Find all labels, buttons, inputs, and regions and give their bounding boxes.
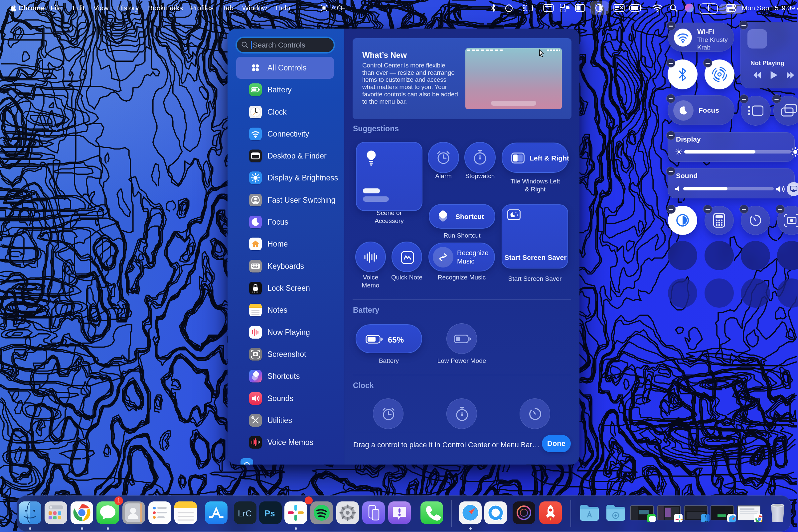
svg-text:LrC: LrC [238,508,252,518]
svg-text:Ps: Ps [265,508,275,518]
